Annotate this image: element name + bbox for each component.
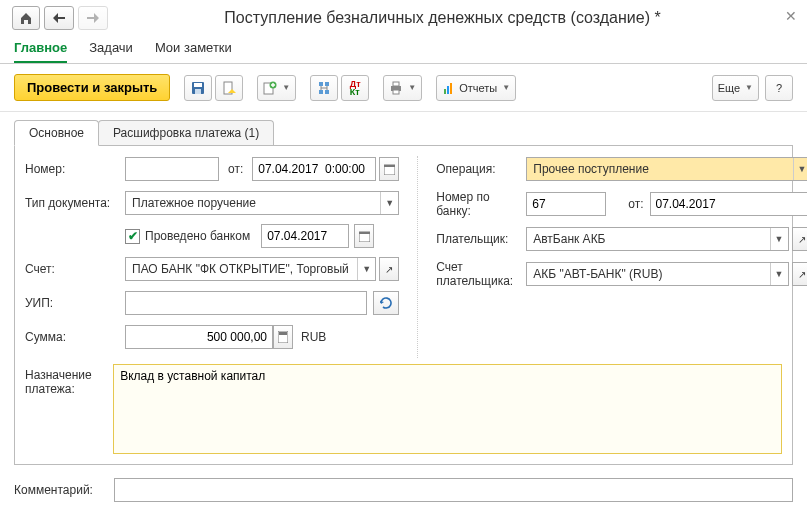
number-input[interactable] — [125, 157, 219, 181]
structure-button[interactable] — [310, 75, 338, 101]
payer-account-value: АКБ "АВТ-БАНК" (RUB) — [527, 267, 769, 281]
chevron-down-icon: ▼ — [408, 83, 416, 92]
payer-value: АвтБанк АКБ — [527, 232, 769, 246]
svg-rect-1 — [194, 83, 202, 87]
svg-rect-21 — [279, 332, 287, 335]
operation-value: Прочее поступление — [527, 162, 792, 176]
number-label: Номер: — [25, 162, 125, 176]
svg-rect-9 — [325, 90, 329, 94]
tab-tasks[interactable]: Задачи — [89, 40, 133, 63]
svg-rect-2 — [195, 89, 201, 94]
toolbar: Провести и закрыть ▼ ДтКт ▼ Отчеты ▼ — [0, 64, 807, 112]
nav-forward-button — [78, 6, 108, 30]
svg-rect-12 — [393, 90, 399, 94]
sum-label: Сумма: — [25, 330, 125, 344]
chevron-down-icon[interactable]: ▼ — [380, 192, 398, 214]
home-button[interactable] — [12, 6, 40, 30]
sum-input[interactable] — [125, 325, 273, 349]
banknum-input[interactable] — [526, 192, 606, 216]
bank-date-input[interactable] — [650, 192, 808, 216]
account-select[interactable]: ПАО БАНК "ФК ОТКРЫТИЕ", Торговый ▼ — [125, 257, 376, 281]
svg-rect-8 — [319, 90, 323, 94]
calendar-icon[interactable] — [379, 157, 399, 181]
operation-select[interactable]: Прочее поступление ▼ — [526, 157, 807, 181]
payer-account-label: Счет плательщика: — [436, 260, 526, 288]
svg-rect-13 — [444, 89, 446, 94]
tab-main[interactable]: Главное — [14, 40, 67, 63]
chevron-down-icon[interactable]: ▼ — [357, 258, 375, 280]
inner-tabs: Основное Расшифровка платежа (1) — [0, 112, 807, 146]
bankproc-date-input[interactable] — [261, 224, 349, 248]
svg-rect-17 — [384, 165, 395, 167]
open-ref-icon[interactable]: ↗ — [792, 227, 808, 251]
operation-label: Операция: — [436, 162, 526, 176]
post-and-close-button[interactable]: Провести и закрыть — [14, 74, 170, 101]
reports-button[interactable]: Отчеты ▼ — [436, 75, 516, 101]
window-title: Поступление безналичных денежных средств… — [120, 9, 795, 27]
uip-label: УИП: — [25, 296, 125, 310]
more-button[interactable]: Еще ▼ — [712, 75, 759, 101]
doctype-value: Платежное поручение — [126, 196, 380, 210]
open-ref-icon[interactable]: ↗ — [792, 262, 808, 286]
inner-tab-details[interactable]: Расшифровка платежа (1) — [98, 120, 274, 146]
svg-rect-7 — [325, 82, 329, 86]
uip-input[interactable] — [125, 291, 367, 315]
comment-input[interactable] — [114, 478, 793, 502]
from-label: от: — [228, 162, 243, 176]
payer-select[interactable]: АвтБанк АКБ ▼ — [526, 227, 788, 251]
chevron-down-icon[interactable]: ▼ — [770, 228, 788, 250]
more-label: Еще — [718, 82, 740, 94]
banknum-label: Номер по банку: — [436, 190, 526, 218]
calendar-icon[interactable] — [354, 224, 374, 248]
print-button[interactable]: ▼ — [383, 75, 422, 101]
help-button[interactable]: ? — [765, 75, 793, 101]
chevron-down-icon[interactable]: ▼ — [770, 263, 788, 285]
date-input[interactable] — [252, 157, 376, 181]
svg-rect-14 — [447, 86, 449, 94]
svg-rect-19 — [359, 232, 370, 234]
open-ref-icon[interactable]: ↗ — [379, 257, 399, 281]
chevron-down-icon: ▼ — [502, 83, 510, 92]
chevron-down-icon: ▼ — [282, 83, 290, 92]
comment-label: Комментарий: — [14, 483, 114, 497]
account-value: ПАО БАНК "ФК ОТКРЫТИЕ", Торговый — [126, 262, 357, 276]
purpose-label: Назначение платежа: — [25, 364, 113, 396]
dtk-button[interactable]: ДтКт — [341, 75, 369, 101]
calculator-icon[interactable] — [273, 325, 293, 349]
svg-rect-6 — [319, 82, 323, 86]
chevron-down-icon[interactable]: ▼ — [793, 158, 808, 180]
dtk-label: ДтКт — [350, 80, 361, 96]
inner-tab-main[interactable]: Основное — [14, 120, 99, 146]
bank-from-label: от: — [628, 197, 643, 211]
currency-label: RUB — [301, 330, 326, 344]
bankproc-label: Проведено банком — [145, 229, 250, 243]
payer-label: Плательщик: — [436, 232, 526, 246]
reports-label: Отчеты — [459, 82, 497, 94]
chevron-down-icon: ▼ — [745, 83, 753, 92]
form-panel: Номер: от: Тип документа: Платежное пору… — [14, 145, 793, 465]
bankproc-checkbox[interactable]: ✔ — [125, 229, 140, 244]
doctype-select[interactable]: Платежное поручение ▼ — [125, 191, 399, 215]
payer-account-select[interactable]: АКБ "АВТ-БАНК" (RUB) ▼ — [526, 262, 788, 286]
create-based-on-button[interactable]: ▼ — [257, 75, 296, 101]
svg-rect-15 — [450, 83, 452, 94]
purpose-textarea[interactable] — [113, 364, 782, 454]
account-label: Счет: — [25, 262, 125, 276]
top-tabs: Главное Задачи Мои заметки — [0, 34, 807, 64]
post-button[interactable] — [215, 75, 243, 101]
nav-back-button[interactable] — [44, 6, 74, 30]
refresh-uip-icon[interactable] — [373, 291, 399, 315]
tab-notes[interactable]: Мои заметки — [155, 40, 232, 63]
close-icon[interactable]: ✕ — [785, 8, 797, 24]
doctype-label: Тип документа: — [25, 196, 125, 210]
svg-rect-11 — [393, 82, 399, 86]
save-button[interactable] — [184, 75, 212, 101]
